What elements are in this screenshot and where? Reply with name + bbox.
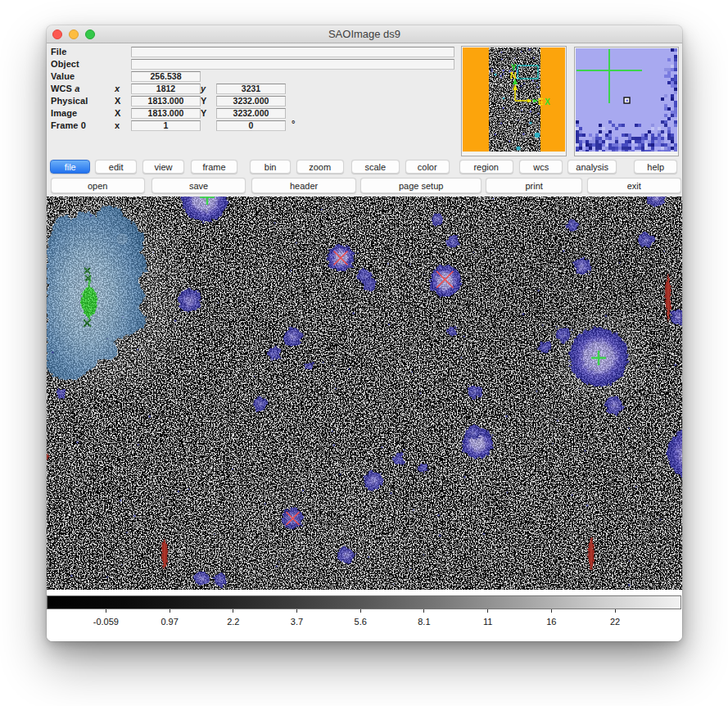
svg-text:E: E: [538, 97, 544, 106]
svg-text:N: N: [510, 71, 516, 80]
svg-text:X: X: [545, 97, 550, 106]
svg-text:Y: Y: [511, 62, 517, 71]
